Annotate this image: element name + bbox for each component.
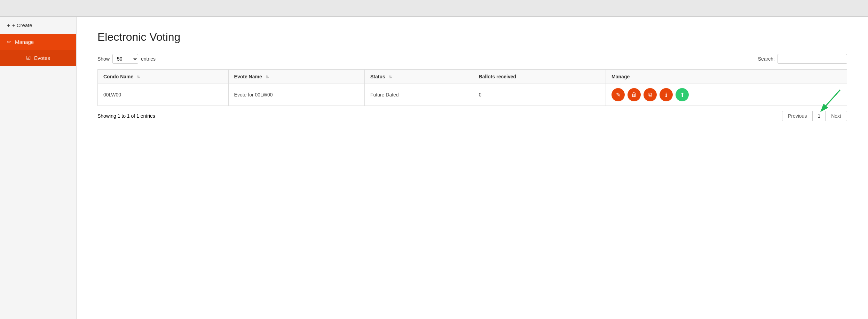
- search-area: Search:: [758, 54, 847, 64]
- entries-label: entries: [141, 56, 156, 62]
- cell-actions: ✎ 🗑 ⧉ ℹ ⬆: [606, 84, 847, 106]
- sidebar-item-manage[interactable]: ✏ Manage: [0, 34, 76, 50]
- info-icon: ℹ: [665, 92, 667, 98]
- copy-button[interactable]: ⧉: [644, 88, 657, 101]
- sidebar: + + Create ✏ Manage ☑ Evot: [0, 17, 77, 319]
- table-header-row: Condo Name ⇅ Evote Name ⇅ Status ⇅ Ballo…: [98, 70, 847, 84]
- col-ballots: Ballots received: [473, 70, 606, 84]
- upload-button[interactable]: ⬆: [676, 88, 689, 101]
- upload-icon: ⬆: [680, 92, 685, 98]
- pagination: Previous 1 Next: [782, 111, 847, 121]
- col-evote-name[interactable]: Evote Name ⇅: [228, 70, 364, 84]
- cell-evote-name: Evote for 00LW00: [228, 84, 364, 106]
- copy-icon: ⧉: [648, 92, 652, 98]
- search-label: Search:: [758, 56, 775, 62]
- edit-button[interactable]: ✎: [611, 88, 625, 101]
- col-status[interactable]: Status ⇅: [364, 70, 473, 84]
- sidebar-create-label: + Create: [12, 22, 32, 28]
- showing-count: 1: [136, 113, 139, 119]
- info-button[interactable]: ℹ: [660, 88, 673, 101]
- edit-icon: ✎: [616, 92, 621, 98]
- cell-ballots: 0: [473, 84, 606, 106]
- plus-icon: +: [7, 22, 10, 28]
- col-manage: Manage: [606, 70, 847, 84]
- table-footer: Showing 1 to 1 of 1 entries Previous 1 N…: [97, 111, 847, 121]
- page-title: Electronic Voting: [97, 31, 847, 44]
- evotes-icon: ☑: [26, 55, 31, 61]
- action-buttons: ✎ 🗑 ⧉ ℹ ⬆: [611, 88, 841, 101]
- next-button[interactable]: Next: [825, 111, 847, 121]
- show-entries: Show 50 25 10 entries: [97, 54, 156, 64]
- table-row: 00LW00 Evote for 00LW00 Future Dated 0 ✎…: [98, 84, 847, 106]
- col-condo-name[interactable]: Condo Name ⇅: [98, 70, 229, 84]
- show-label: Show: [97, 56, 110, 62]
- showing-text: Showing 1 to 1 of 1 entries: [97, 113, 155, 119]
- entries-select[interactable]: 50 25 10: [112, 54, 138, 64]
- data-table: Condo Name ⇅ Evote Name ⇅ Status ⇅ Ballo…: [97, 69, 847, 106]
- delete-button[interactable]: 🗑: [628, 88, 641, 101]
- sidebar-item-evotes[interactable]: ☑ Evotes: [0, 50, 76, 66]
- table-controls: Show 50 25 10 entries Search:: [97, 54, 847, 64]
- manage-icon: ✏: [7, 39, 11, 45]
- previous-button[interactable]: Previous: [782, 111, 813, 121]
- sort-icon-status: ⇅: [389, 75, 392, 79]
- sidebar-item-create[interactable]: + + Create: [0, 17, 76, 34]
- cell-status: Future Dated: [364, 84, 473, 106]
- sort-icon-evote: ⇅: [266, 75, 269, 79]
- search-input[interactable]: [778, 54, 847, 64]
- top-bar: [0, 0, 868, 17]
- cell-condo-name: 00LW00: [98, 84, 229, 106]
- trash-icon: 🗑: [631, 92, 637, 98]
- page-number: 1: [813, 111, 825, 121]
- sidebar-evotes-label: Evotes: [34, 55, 50, 61]
- showing-range: 1 to 1: [118, 113, 130, 119]
- sort-icon-condo: ⇅: [137, 75, 140, 79]
- main-content: Electronic Voting Show 50 25 10 entries …: [77, 17, 868, 319]
- sidebar-manage-label: Manage: [15, 39, 34, 45]
